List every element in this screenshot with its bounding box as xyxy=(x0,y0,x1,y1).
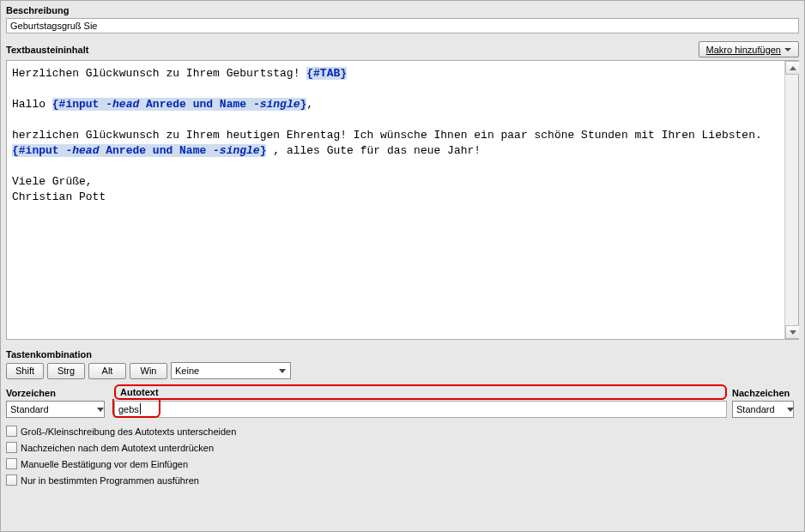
scrollbar-vertical[interactable] xyxy=(784,61,798,339)
chevron-down-icon xyxy=(784,48,791,51)
win-key-button[interactable]: Win xyxy=(130,363,167,379)
content-editor-container: Herzlichen Glückwunsch zu Ihrem Geburtst… xyxy=(6,60,799,340)
prefix-select-wrap: Standard xyxy=(6,401,109,418)
only-programs-label: Nur in bestimmten Programmen ausführen xyxy=(21,475,199,486)
suppress-suffix-label: Nachzeichen nach dem Autotext unterdrück… xyxy=(21,443,214,453)
content-editor[interactable]: Herzlichen Glückwunsch zu Ihrem Geburtst… xyxy=(7,61,784,339)
ctrl-key-button[interactable]: Strg xyxy=(47,363,85,379)
manual-confirm-label: Manuelle Bestätigung vor dem Einfügen xyxy=(21,459,188,469)
hotkey-select-wrap: Keine xyxy=(171,362,291,379)
scroll-up-button[interactable] xyxy=(785,61,799,75)
suffix-select-wrap: Standard xyxy=(732,401,799,418)
description-input[interactable] xyxy=(6,18,799,33)
triangle-down-icon xyxy=(790,330,796,335)
hotkey-select[interactable]: Keine xyxy=(171,362,291,379)
manual-confirm-checkbox[interactable] xyxy=(6,458,17,469)
alt-key-button[interactable]: Alt xyxy=(88,363,126,379)
prefix-select[interactable]: Standard xyxy=(6,401,105,418)
autotext-input[interactable] xyxy=(114,401,727,418)
scroll-down-button[interactable] xyxy=(785,325,799,339)
add-macro-label: Makro hinzufügen xyxy=(706,45,781,55)
suppress-suffix-checkbox[interactable] xyxy=(6,442,17,453)
autotext-label: Autotext xyxy=(114,384,727,400)
suffix-select[interactable]: Standard xyxy=(732,401,794,418)
description-label: Beschreibung xyxy=(1,1,804,18)
shift-key-button[interactable]: Shift xyxy=(6,363,44,379)
prefix-label: Vorzeichen xyxy=(6,388,109,401)
triangle-up-icon xyxy=(790,66,796,70)
only-programs-checkbox[interactable] xyxy=(6,475,17,486)
content-label: Textbausteininhalt xyxy=(6,45,88,55)
case-sensitive-label: Groß-/Kleinschreibung des Autotexts unte… xyxy=(21,426,236,437)
suffix-label: Nachzeichen xyxy=(732,388,799,401)
add-macro-button[interactable]: Makro hinzufügen xyxy=(699,41,799,57)
hotkey-label: Tastenkombination xyxy=(1,345,804,362)
case-sensitive-checkbox[interactable] xyxy=(6,426,17,437)
